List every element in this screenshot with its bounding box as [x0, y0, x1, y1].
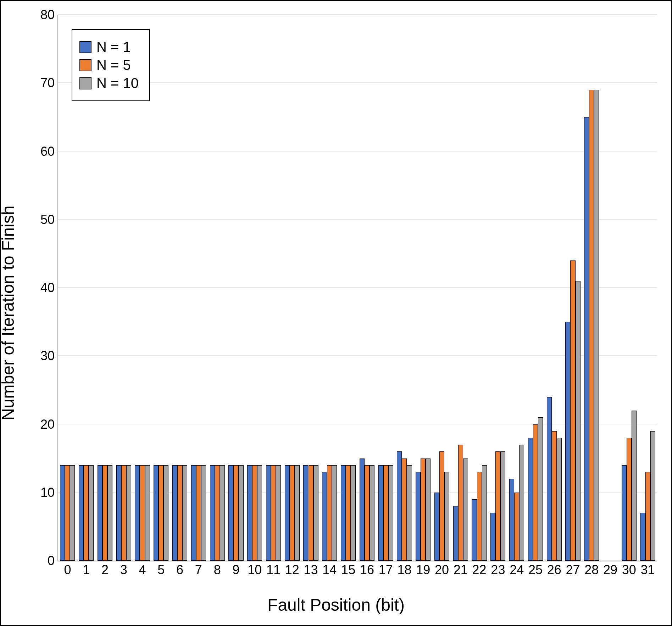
x-tick-label: 17 [379, 562, 393, 577]
bar [439, 451, 444, 561]
bar [528, 438, 533, 561]
bar [500, 451, 505, 561]
bar [346, 465, 351, 561]
y-tick-label: 40 [30, 280, 55, 295]
y-axis-label: Number of Iteration to Finish [0, 205, 18, 421]
x-tick-label: 9 [229, 562, 243, 577]
bar [295, 465, 300, 561]
x-tick-label: 24 [510, 562, 524, 577]
bar [407, 465, 412, 561]
bar [547, 397, 552, 561]
x-tick-label: 1 [79, 562, 93, 577]
bar [514, 493, 519, 561]
bar [276, 465, 281, 561]
bar [482, 465, 487, 561]
bar [453, 506, 458, 561]
x-tick-label: 25 [528, 562, 543, 577]
x-tick-label: 13 [304, 562, 318, 577]
legend-swatch [79, 59, 91, 71]
x-tick-label: 12 [285, 562, 299, 577]
bar [196, 465, 201, 561]
bar [570, 260, 575, 561]
bar [201, 465, 206, 561]
bar [172, 465, 177, 561]
bar [79, 465, 84, 561]
bar [154, 465, 159, 561]
bar [388, 465, 393, 561]
bar [472, 499, 477, 561]
x-tick-label: 20 [435, 562, 449, 577]
legend-label: N = 1 [96, 39, 131, 55]
bar [490, 513, 495, 561]
x-tick-label: 29 [603, 562, 617, 577]
bar [60, 465, 65, 561]
legend-item: N = 10 [79, 75, 139, 91]
bar [370, 465, 374, 561]
bar [645, 472, 650, 561]
bar [322, 472, 327, 561]
bar [557, 438, 562, 561]
x-tick-label: 0 [60, 562, 74, 577]
bar [228, 465, 233, 561]
bar [238, 465, 243, 561]
bar [594, 90, 599, 561]
x-tick-label: 6 [173, 562, 187, 577]
x-tick-label: 30 [622, 562, 636, 577]
x-tick-label: 28 [584, 562, 599, 577]
y-axis-ticks: 01020304050607080 [30, 15, 55, 561]
bar [271, 465, 276, 561]
x-tick-label: 11 [266, 562, 281, 577]
x-tick-label: 2 [98, 562, 112, 577]
bar [519, 445, 524, 561]
bar [89, 465, 94, 561]
legend-swatch [79, 77, 91, 89]
bar [584, 117, 589, 561]
bar [247, 465, 252, 561]
bar [257, 465, 262, 561]
bar [458, 445, 463, 561]
bar [533, 424, 538, 561]
bar [266, 465, 271, 561]
bar [477, 472, 482, 561]
bar [421, 458, 426, 561]
x-tick-label: 10 [248, 562, 262, 577]
bar [632, 411, 637, 561]
bar [332, 465, 337, 561]
bar [552, 431, 557, 561]
y-tick-label: 70 [30, 76, 55, 90]
bar [65, 465, 70, 561]
y-tick-label: 0 [30, 553, 55, 568]
y-tick-label: 20 [30, 417, 55, 432]
x-tick-label: 16 [360, 562, 374, 577]
bar [426, 458, 431, 561]
y-tick-label: 30 [30, 348, 55, 363]
x-tick-label: 8 [210, 562, 224, 577]
bar [135, 465, 140, 561]
chart-figure: Number of Iteration to Finish Fault Posi… [0, 0, 672, 626]
legend-swatch [79, 41, 91, 53]
bar [159, 465, 163, 561]
x-tick-label: 21 [454, 562, 468, 577]
legend-item: N = 1 [79, 39, 139, 55]
bar [397, 451, 402, 561]
bar [434, 493, 439, 561]
x-tick-label: 3 [117, 562, 131, 577]
bar [509, 479, 514, 561]
bar [495, 451, 500, 561]
x-tick-label: 22 [472, 562, 487, 577]
y-tick-label: 10 [30, 485, 55, 500]
bar [107, 465, 112, 561]
bar [210, 465, 215, 561]
bar [290, 465, 295, 561]
bar [116, 465, 121, 561]
bar [102, 465, 107, 561]
bar [121, 465, 126, 561]
bar [341, 465, 346, 561]
bar [177, 465, 182, 561]
y-tick-label: 60 [30, 144, 55, 159]
bar [327, 465, 332, 561]
bar [220, 465, 225, 561]
bar [98, 465, 102, 561]
bar [182, 465, 187, 561]
bar [463, 458, 468, 561]
